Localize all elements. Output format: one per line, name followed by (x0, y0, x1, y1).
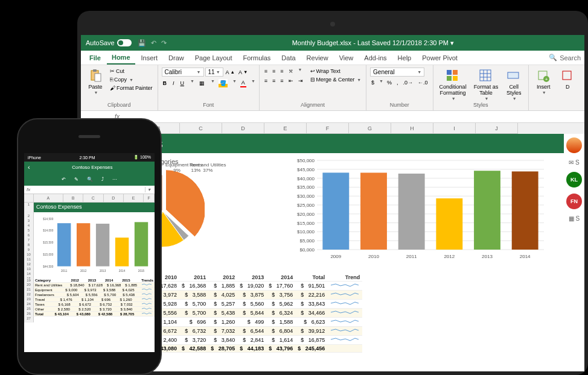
percent-button[interactable]: % (386, 79, 393, 86)
toggle-switch[interactable] (117, 39, 132, 46)
align-middle-button[interactable]: ≡ (271, 68, 276, 75)
tab-formulas[interactable]: Formulas (238, 52, 275, 64)
tab-help[interactable]: Help (393, 52, 417, 64)
underline-button[interactable]: U (179, 79, 186, 87)
svg-text:$40,000: $40,000 (297, 176, 315, 181)
fat-icon (478, 69, 494, 83)
wrap-text-button[interactable]: ↩Wrap Text (309, 68, 362, 75)
bar-chart[interactable]: $0,000$5,000$10,000$15,000$20,000$25,000… (250, 158, 584, 271)
insert-cells-button[interactable]: +Insert▼ (532, 68, 554, 96)
autosave-toggle[interactable]: AutoSave 💾 ↶ ↷ (86, 39, 167, 47)
col-e[interactable]: E (264, 123, 307, 134)
border-button[interactable]: ▦ (198, 79, 206, 87)
webcam (330, 22, 335, 27)
mobile-table-wrap[interactable]: 19Category2012201320142015Trends20Rent a… (24, 279, 155, 323)
tab-data[interactable]: Data (276, 52, 300, 64)
qat-save-icon[interactable]: 💾 (138, 39, 146, 47)
pcol-f[interactable]: F (144, 194, 155, 203)
tab-power-pivot[interactable]: Power Pivot (417, 52, 462, 64)
orientation-button[interactable]: ⤲ (287, 68, 295, 75)
qat-redo-icon[interactable]: ↷ (161, 39, 167, 47)
align-bottom-button[interactable]: ≡ (279, 68, 284, 75)
pcol-c[interactable]: C (83, 194, 103, 203)
conditional-formatting-button[interactable]: Conditional Formatting▼ (437, 68, 469, 102)
group-alignment: ≡ ≡ ≡ ⤲▼ ≡ ≡ ≡ ⇤ ⇥ (260, 65, 366, 110)
currency-button[interactable]: $ (370, 79, 375, 86)
col-c[interactable]: C (180, 123, 222, 134)
pcol-a[interactable]: A (34, 194, 63, 203)
tab-draw[interactable]: Draw (164, 52, 189, 64)
prow-range[interactable]: 234567891011121314151617 (24, 212, 34, 279)
search-label: Search (560, 54, 581, 61)
format-as-table-button[interactable]: Format as Table▼ (471, 68, 501, 102)
col-j[interactable]: J (476, 123, 518, 134)
formula-bar: fx (81, 111, 584, 123)
svg-text:$15,000: $15,000 (43, 253, 53, 256)
svg-rect-60 (96, 224, 109, 266)
inc-decimal-button[interactable]: .0→ (402, 79, 415, 86)
mobile-corner[interactable] (24, 194, 34, 203)
format-painter-button[interactable]: 🖌Format Painter (109, 84, 154, 92)
indent-inc-button[interactable]: ⇥ (297, 77, 304, 84)
avatar-1[interactable] (566, 137, 582, 153)
font-color-button[interactable]: A (240, 79, 246, 87)
svg-text:$14,000: $14,000 (43, 229, 53, 232)
back-icon[interactable]: ‹ (28, 163, 30, 171)
avatar-2[interactable]: KL (566, 172, 582, 188)
tab-file[interactable]: File (85, 52, 106, 64)
share-icon[interactable]: ⤴ (101, 177, 104, 182)
font-name-combo[interactable]: Calibri▼ (162, 68, 204, 77)
font-size-combo[interactable]: 11▼ (205, 68, 223, 77)
phone-statusbar: iPhone 2:30 PM 🔋 100% (24, 153, 155, 162)
align-top-button[interactable]: ≡ (263, 68, 269, 75)
align-right-button[interactable]: ≡ (279, 77, 284, 84)
chevron-down-icon[interactable]: ▾ (145, 187, 152, 192)
avatar-3[interactable]: FN (566, 194, 582, 209)
grow-font-button[interactable]: A▲ (225, 68, 236, 77)
col-g[interactable]: G (349, 123, 391, 134)
grid-icon[interactable]: ▦ S (569, 215, 580, 222)
number-format-combo[interactable]: General▼ (370, 68, 424, 77)
merge-center-button[interactable]: ⊟Merge & Center▼ (309, 76, 362, 83)
mobile-fx-bar[interactable]: fx▾ (24, 186, 155, 194)
italic-button[interactable]: I (171, 79, 176, 87)
bold-button[interactable]: B (162, 79, 168, 87)
svg-rect-41 (360, 172, 387, 250)
tab-home[interactable]: Home (107, 51, 135, 65)
svg-rect-56 (57, 223, 71, 266)
comma-button[interactable]: , (395, 79, 400, 86)
paste-button[interactable]: Paste▼ (85, 68, 106, 96)
search-icon[interactable]: 🔍 (87, 177, 93, 182)
pcol-e[interactable]: E (124, 194, 144, 203)
align-left-button[interactable]: ≡ (263, 77, 269, 84)
svg-text:$50,000: $50,000 (297, 158, 315, 163)
pcol-d[interactable]: D (104, 194, 124, 203)
tab-addins[interactable]: Add-ins (359, 52, 391, 64)
share-icon[interactable]: ✉ S (569, 159, 579, 166)
tab-page-layout[interactable]: Page Layout (190, 52, 237, 64)
delete-cells-button[interactable]: D (557, 68, 578, 92)
cell-styles-button[interactable]: Cell Styles▼ (503, 68, 525, 102)
mobile-bar-chart[interactable]: $44,500$15,000$15,500$14,000$14,50020112… (37, 215, 151, 277)
indent-dec-button[interactable]: ⇤ (287, 77, 295, 84)
shrink-font-button[interactable]: A▼ (237, 68, 249, 77)
more-icon[interactable]: ⋯ (112, 177, 117, 182)
tab-insert[interactable]: Insert (136, 52, 163, 64)
col-f[interactable]: F (307, 123, 349, 134)
tab-review[interactable]: Review (302, 52, 333, 64)
copy-button[interactable]: ⎘Copy▼ (109, 76, 154, 83)
col-d[interactable]: D (222, 123, 264, 134)
pcol-b[interactable]: B (63, 194, 83, 203)
cut-button[interactable]: ✂Cut (109, 68, 154, 75)
col-i[interactable]: I (433, 123, 476, 134)
dec-decimal-button[interactable]: ←.0 (417, 79, 429, 86)
col-h[interactable]: H (391, 123, 433, 134)
prow-1[interactable]: 1 (24, 203, 34, 212)
align-center-button[interactable]: ≡ (271, 77, 276, 84)
undo-icon[interactable]: ↶ (62, 177, 66, 182)
fill-color-button[interactable]: 🪣 (219, 79, 228, 87)
draw-icon[interactable]: ✎ (74, 177, 78, 182)
qat-undo-icon[interactable]: ↶ (151, 39, 156, 47)
tab-view[interactable]: View (334, 52, 359, 64)
search-box[interactable]: 🔍 Search (549, 54, 581, 61)
